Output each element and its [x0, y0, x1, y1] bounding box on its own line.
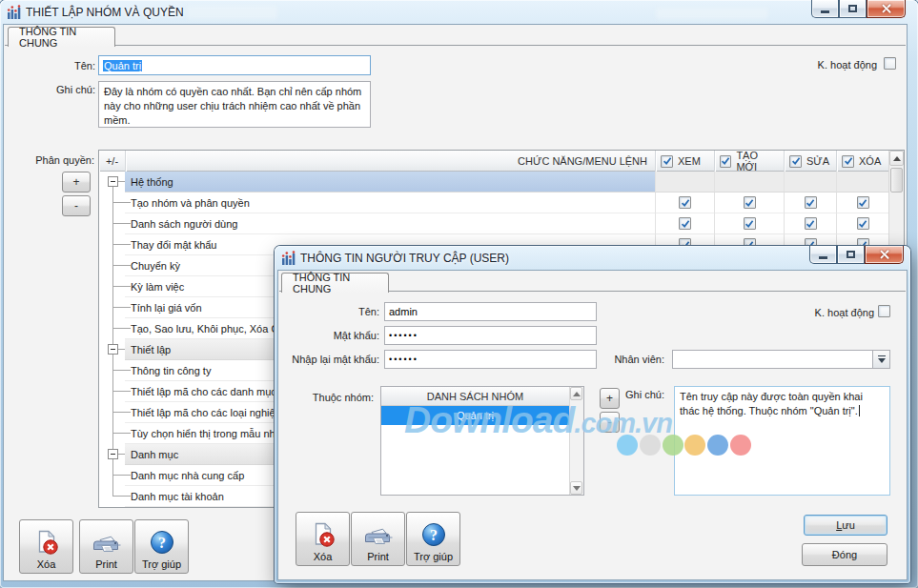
print-icon	[364, 519, 393, 550]
perm-checkbox[interactable]	[857, 217, 869, 230]
perm-checkbox[interactable]	[842, 155, 854, 168]
arrow-up-icon	[893, 156, 901, 161]
delete-icon	[33, 527, 60, 558]
scroll-down-button[interactable]	[570, 481, 582, 495]
inactive-label: K. hoạt động	[765, 59, 877, 71]
perm-cell	[714, 213, 784, 234]
row-label-text: Danh sách người dùng	[131, 218, 237, 230]
row-label-text: Tạo nhóm và phân quyền	[131, 197, 250, 209]
perm-checkbox[interactable]	[661, 155, 673, 168]
group-listbox: DANH SÁCH NHÓM Quản trị	[380, 386, 584, 496]
perm-column-header[interactable]: XEM	[655, 151, 714, 172]
perm-checkbox[interactable]	[679, 196, 691, 209]
perm-row-label[interactable]: Tạo nhóm và phân quyền	[125, 193, 655, 213]
list-scrollbar[interactable]	[569, 387, 583, 495]
perm-checkbox[interactable]	[789, 155, 802, 168]
dropdown-arrow-icon	[878, 358, 886, 363]
perm-row: Danh sách người dùng	[99, 213, 888, 234]
remove-group-button[interactable]: -	[600, 412, 620, 433]
user-note-textarea[interactable]: Tên truy cập này được toàn quyền khai th…	[674, 386, 890, 496]
perm-column-header[interactable]: TẠO MỚI	[714, 151, 784, 172]
svg-text:?: ?	[158, 535, 166, 551]
close-button[interactable]	[865, 246, 904, 264]
name-label: Tên:	[278, 306, 379, 317]
group-label: Thuộc nhóm:	[278, 392, 374, 403]
expand-all-button[interactable]: +	[62, 172, 91, 193]
save-button[interactable]: Lưu	[804, 515, 887, 536]
perm-checkbox[interactable]	[805, 196, 817, 209]
close-icon	[879, 250, 890, 259]
perm-row-label[interactable]: Danh sách người dùng	[125, 213, 655, 234]
minimize-button[interactable]	[811, 0, 839, 18]
group-list-item[interactable]: Quản trị	[381, 406, 569, 425]
row-label-text: Hệ thống	[131, 176, 173, 188]
perm-column-header[interactable]: XÓA	[836, 151, 888, 172]
maximize-button[interactable]	[839, 0, 867, 18]
row-label-text: Tính lại giá vốn	[131, 302, 202, 314]
close-button[interactable]	[867, 0, 906, 18]
perm-checkbox[interactable]	[805, 217, 817, 230]
button-label: Trợ giúp	[142, 558, 181, 570]
delete-button[interactable]: Xóa	[19, 519, 73, 574]
perm-checkbox[interactable]	[744, 196, 756, 209]
tab-thong-tin-chung[interactable]: THÔNG TIN CHUNG	[281, 273, 389, 293]
help-button[interactable]: ?Trợ giúp	[406, 512, 460, 566]
permissions-table-header: +/-CHỨC NĂNG/MENU LỆNHXEMTẠO MỚISỬAXÓA	[99, 151, 888, 172]
column-header-function: CHỨC NĂNG/MENU LỆNH	[125, 151, 655, 172]
help-button[interactable]: ?Trợ giúp	[134, 519, 189, 574]
row-label-text: Thay đổi mật khẩu	[131, 239, 217, 251]
close-dialog-button[interactable]: Đóng	[802, 543, 887, 566]
dropdown-icon	[878, 355, 886, 357]
main-caption-buttons	[811, 0, 906, 18]
delete-button[interactable]: Xóa	[296, 512, 350, 566]
group-name-input[interactable]: Quản trị	[98, 55, 371, 75]
help-icon: ?	[420, 519, 447, 550]
print-icon	[92, 527, 121, 558]
app-icon	[281, 251, 296, 266]
collapse-toggle-icon[interactable]	[108, 176, 118, 187]
scroll-thumb[interactable]	[890, 168, 903, 193]
inactive-checkbox[interactable]	[878, 305, 890, 317]
row-label-text: Danh mục	[131, 449, 178, 460]
titlebar-ghost-artifact	[656, 8, 768, 19]
perm-checkbox[interactable]	[679, 217, 691, 230]
perm-column-label: XEM	[678, 155, 701, 167]
print-button[interactable]: Print	[351, 512, 405, 566]
perm-row: Tạo nhóm và phân quyền	[99, 193, 888, 213]
perm-checkbox[interactable]	[720, 155, 731, 168]
column-header-toggle: +/-	[99, 151, 125, 172]
row-label-text: Thiết lập mã cho các loại nghiệp	[131, 407, 281, 418]
username-input[interactable]: admin	[384, 302, 597, 321]
perm-checkbox[interactable]	[744, 217, 756, 230]
collapse-toggle-icon[interactable]	[108, 344, 118, 355]
perm-column-header[interactable]: SỬA	[784, 151, 836, 172]
perm-cell	[784, 172, 836, 193]
dialog-title: THÔNG TIN NGƯỜI TRUY CẬP (USER)	[300, 252, 509, 265]
note-label: Ghi chú:	[564, 389, 664, 400]
note-label: Ghi chú:	[17, 84, 95, 95]
row-label-text: Chuyển kỳ	[131, 260, 180, 272]
group-note-textarea[interactable]: Đây là nhóm có quyền cao nhất. Bạn chỉ n…	[98, 81, 371, 128]
titlebar-ghost-artifact	[187, 6, 277, 19]
password-input[interactable]: ••••••	[384, 326, 597, 345]
employee-input[interactable]	[672, 350, 873, 369]
perm-cell	[655, 172, 714, 193]
tab-thong-tin-chung[interactable]: THÔNG TIN CHUNG	[8, 27, 115, 47]
scroll-up-button[interactable]	[889, 151, 904, 166]
perm-row-label[interactable]: Hệ thống	[125, 172, 655, 193]
tab-strip-line	[5, 45, 906, 46]
group-list-items: Quản trị	[381, 406, 569, 495]
inactive-label: K. hoạt động	[760, 307, 874, 318]
dialog-caption-buttons	[809, 246, 904, 264]
minimize-button[interactable]	[809, 246, 837, 264]
collapse-toggle-icon[interactable]	[108, 449, 118, 459]
perm-cell	[784, 193, 836, 213]
screen: THIẾT LẬP NHÓM VÀ QUYỀN THÔNG TIN CHUNG …	[0, 0, 918, 588]
inactive-checkbox[interactable]	[884, 57, 896, 70]
employee-dropdown-button[interactable]	[872, 350, 890, 369]
print-button[interactable]: Print	[79, 519, 133, 574]
perm-checkbox[interactable]	[857, 196, 869, 209]
maximize-button[interactable]	[837, 246, 865, 264]
collapse-all-button[interactable]: -	[62, 195, 91, 216]
row-label-text: Tùy chọn hiển thị trong mẫu nhà	[131, 428, 281, 439]
